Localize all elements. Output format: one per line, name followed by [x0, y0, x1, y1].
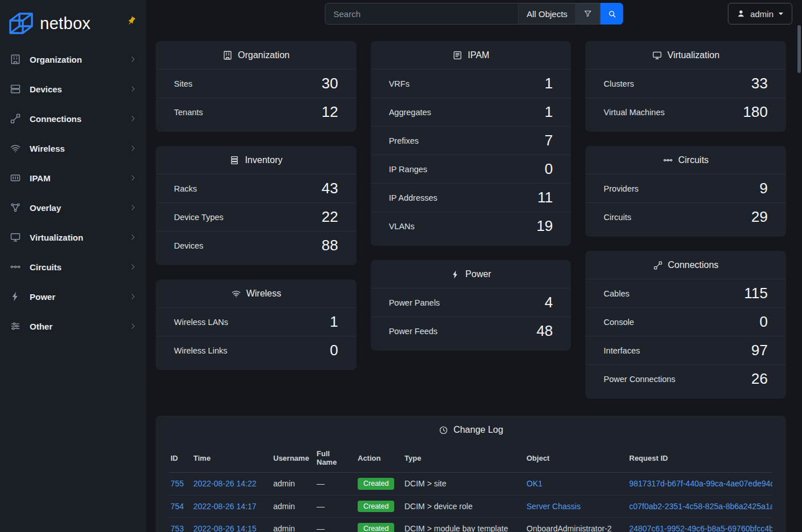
admin-label: admin	[750, 9, 773, 19]
stat-power-connections[interactable]: Power Connections 26	[585, 364, 786, 393]
stat-device-types[interactable]: Device Types 22	[156, 202, 357, 231]
stat-prefixes[interactable]: Prefixes 7	[371, 126, 572, 155]
stat-racks[interactable]: Racks 43	[156, 174, 357, 202]
journal-icon	[452, 50, 463, 60]
organization-card: Organization Sites 30 Tenants 12	[156, 41, 357, 132]
chevron-right-icon	[129, 233, 137, 241]
stat-console[interactable]: Console 0	[585, 307, 786, 336]
card-title: Wireless	[246, 289, 281, 299]
column-header-id: ID	[169, 444, 192, 473]
sidebar-item-connections[interactable]: Connections	[0, 104, 146, 133]
chevron-right-icon	[129, 144, 137, 152]
change-time-link[interactable]: 2022-08-26 14:15	[193, 524, 257, 532]
stat-sites[interactable]: Sites 30	[156, 69, 357, 98]
change-id-link[interactable]: 755	[171, 479, 184, 488]
stat-wireless-links[interactable]: Wireless Links 0	[156, 336, 357, 364]
organization-card-header: Organization	[156, 41, 357, 69]
person-icon	[736, 9, 746, 18]
change-type: DCIM > device role	[403, 495, 525, 518]
search-button[interactable]	[601, 3, 623, 25]
stat-interfaces[interactable]: Interfaces 97	[585, 336, 786, 364]
stat-clusters[interactable]: Clusters 33	[585, 69, 786, 98]
main-area: All Objects admin	[146, 0, 802, 532]
ipam-card: IPAM VRFs 1 Aggregates 1 Prefixes 7	[371, 41, 572, 246]
app-root: netbox Organization Devices	[0, 0, 802, 532]
connections-card-header: Connections	[585, 251, 786, 279]
stat-power-panels[interactable]: Power Panels 4	[371, 288, 572, 316]
sidebar-item-wireless[interactable]: Wireless	[0, 133, 146, 163]
change-username: admin	[272, 495, 315, 518]
topbar: All Objects admin	[146, 0, 802, 27]
sidebar-item-organization[interactable]: Organization	[0, 44, 146, 74]
change-username: admin	[272, 473, 315, 496]
change-id-link[interactable]: 754	[171, 502, 184, 511]
circuits-card: Circuits Providers 9 Circuits 29	[585, 146, 786, 237]
transit-icon	[663, 155, 673, 165]
changelog-row: 753 2022-08-26 14:15 admin — Created DCI…	[169, 518, 772, 532]
sidebar-item-virtualization[interactable]: Virtualization	[0, 222, 146, 252]
sidebar-item-label: IPAM	[30, 173, 121, 183]
stat-virtual-machines[interactable]: Virtual Machines 180	[585, 98, 786, 126]
changelog-table: ID Time Username Full Name Action Type O…	[169, 444, 772, 532]
bolt-icon	[451, 270, 460, 279]
logo-text[interactable]: netbox	[40, 14, 91, 33]
sidebar-item-overlay[interactable]: Overlay	[0, 193, 146, 222]
server-icon	[9, 83, 22, 95]
dashboard-column-3: Virtualization Clusters 33 Virtual Machi…	[585, 41, 786, 399]
pin-sidebar-icon[interactable]	[127, 16, 136, 26]
netbox-logo-icon[interactable]	[8, 12, 34, 36]
chevron-right-icon	[129, 55, 137, 63]
stat-providers[interactable]: Providers 9	[585, 174, 786, 202]
sidebar-item-label: Virtualization	[30, 233, 121, 242]
card-title: Organization	[238, 50, 290, 60]
card-title: Connections	[668, 260, 719, 270]
sidebar-item-label: Other	[30, 322, 121, 331]
action-created-badge: Created	[358, 501, 394, 513]
stat-cables[interactable]: Cables 115	[585, 279, 786, 307]
change-request-id-link[interactable]: 24807c61-9952-49c6-b8a5-69760bfcc4b3	[629, 524, 772, 532]
dashboard-column-2: IPAM VRFs 1 Aggregates 1 Prefixes 7	[371, 41, 572, 351]
sidebar-item-other[interactable]: Other	[0, 311, 146, 341]
change-log-card: Change Log ID Time Username Full Name Ac	[156, 416, 786, 532]
search-input[interactable]	[325, 3, 519, 25]
all-objects-dropdown[interactable]: All Objects	[519, 3, 576, 25]
filter-button[interactable]	[576, 3, 601, 25]
sidebar-item-circuits[interactable]: Circuits	[0, 252, 146, 282]
sidebar-item-ipam[interactable]: IPAM	[0, 163, 146, 193]
sidebar-item-label: Organization	[30, 55, 121, 64]
change-type: DCIM > site	[403, 473, 525, 496]
change-id-link[interactable]: 753	[171, 524, 184, 532]
chevron-right-icon	[129, 263, 137, 271]
card-title: Power	[465, 269, 491, 279]
change-time-link[interactable]: 2022-08-26 14:22	[193, 479, 257, 488]
stat-ip-ranges[interactable]: IP Ranges 0	[371, 155, 572, 183]
cable-icon	[653, 261, 663, 270]
stat-tenants[interactable]: Tenants 12	[156, 98, 357, 126]
stat-circuits[interactable]: Circuits 29	[585, 202, 786, 231]
stat-ip-addresses[interactable]: IP Addresses 11	[371, 183, 572, 212]
stat-vrfs[interactable]: VRFs 1	[371, 69, 572, 98]
stat-aggregates[interactable]: Aggregates 1	[371, 98, 572, 126]
chevron-right-icon	[129, 85, 137, 93]
cable-icon	[9, 113, 22, 124]
change-object-link[interactable]: OK1	[526, 479, 542, 488]
admin-menu-button[interactable]: admin	[728, 3, 792, 25]
sidebar-item-label: Circuits	[30, 262, 121, 272]
change-request-id-link[interactable]: 9817317d-b67f-440a-99ca-4ae07ede94df	[629, 479, 772, 488]
change-object-link[interactable]: Server Chassis	[526, 502, 581, 511]
change-request-id-link[interactable]: c07f0ab2-2351-4c58-825a-8b6a2425a1ab	[629, 502, 772, 511]
logo-row: netbox	[0, 0, 146, 44]
sidebar-item-devices[interactable]: Devices	[0, 74, 146, 104]
stat-devices[interactable]: Devices 88	[156, 231, 357, 259]
stat-vlans[interactable]: VLANs 19	[371, 212, 572, 240]
sidebar-nav: Organization Devices Connections	[0, 44, 146, 341]
bolt-icon	[9, 291, 22, 302]
funnel-icon	[584, 9, 593, 18]
stat-power-feeds[interactable]: Power Feeds 48	[371, 316, 572, 345]
change-time-link[interactable]: 2022-08-26 14:17	[193, 502, 257, 511]
monitor-icon	[9, 232, 22, 243]
sidebar-item-power[interactable]: Power	[0, 282, 146, 311]
scrollbar-thumb[interactable]	[797, 25, 801, 73]
column-header-username: Username	[272, 444, 315, 473]
stat-wireless-lans[interactable]: Wireless LANs 1	[156, 307, 357, 336]
